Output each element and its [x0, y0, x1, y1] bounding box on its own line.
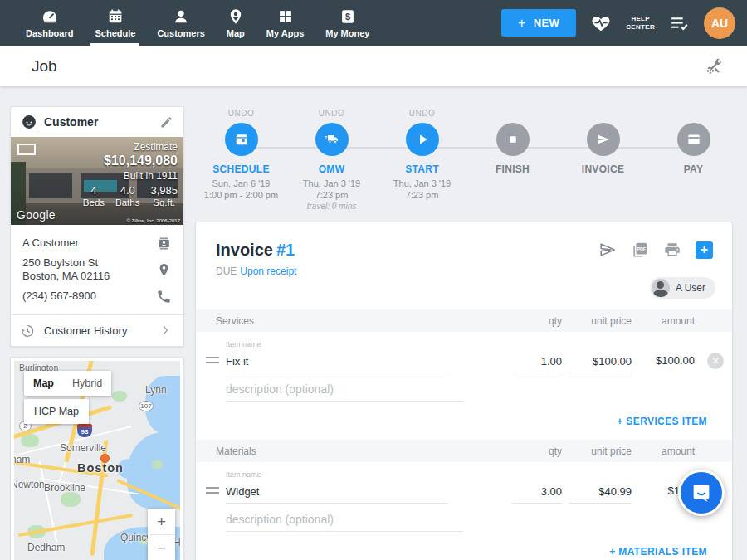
zestimate-label: Zestimate	[83, 141, 178, 153]
step-date: Sun, Jan 6 '191:00 pm - 2:00 pm	[204, 178, 278, 201]
heart-pulse-icon[interactable]	[590, 12, 612, 34]
app-root: Dashboard Schedule Customers Map My Apps…	[0, 0, 747, 560]
material-item-name-input[interactable]	[226, 480, 448, 504]
map-label-quincy: Quincy	[120, 532, 151, 543]
list-check-icon[interactable]	[669, 12, 690, 33]
baths-label: Baths	[115, 197, 139, 207]
drag-handle[interactable]	[206, 487, 219, 494]
due-terms-link[interactable]: Upon receipt	[240, 265, 296, 277]
nav-item-dashboard[interactable]: Dashboard	[15, 0, 84, 46]
phone-icon[interactable]	[156, 289, 172, 304]
nav-item-my-apps[interactable]: My Apps	[256, 0, 315, 46]
page-title: Job	[32, 57, 57, 75]
zoom-in-button[interactable]: +	[148, 509, 175, 535]
step-label: SCHEDULE	[212, 163, 269, 175]
nav-item-label: My Money	[325, 28, 369, 38]
map-label-somerville: Somerville	[60, 442, 106, 454]
start-step-button[interactable]	[406, 123, 439, 156]
interstate-93-shield: 93	[77, 424, 92, 437]
grid-icon	[276, 7, 295, 26]
finish-step-button[interactable]	[496, 123, 530, 156]
add-invoice-item-button[interactable]: +	[696, 241, 713, 259]
undo-schedule-button[interactable]: UNDO	[228, 109, 254, 119]
map-type-map-button[interactable]: Map	[24, 371, 63, 396]
customer-card-header: Customer	[11, 107, 183, 137]
add-services-item-link[interactable]: + SERVICES ITEM	[617, 416, 707, 427]
new-button-label: NEW	[534, 17, 560, 29]
drag-handle[interactable]	[206, 357, 219, 363]
map-canvas[interactable]: Burlington Lynn 107 2 93 Somerville ham …	[14, 361, 180, 560]
map-type-hybrid-button[interactable]: Hybrid	[63, 371, 111, 396]
materials-section-header: Materials qty unit price amount	[196, 440, 732, 462]
customer-phone-row: (234) 567-8900	[22, 284, 172, 310]
sqft-value: 3,985	[150, 184, 178, 197]
user-avatar[interactable]: AU	[704, 7, 735, 39]
nav-item-customers[interactable]: Customers	[146, 0, 215, 46]
assignee-name: A User	[676, 282, 706, 294]
service-qty-input[interactable]	[512, 350, 562, 373]
due-line: DUEUpon receipt	[216, 265, 715, 277]
nav-item-label: Map	[227, 28, 245, 38]
help-center-link[interactable]: HELPCENTER	[626, 15, 655, 32]
step-label: PAY	[684, 163, 704, 175]
map-park	[112, 391, 127, 402]
assignee-chip[interactable]: A User	[650, 277, 715, 299]
pay-step-button[interactable]	[677, 123, 710, 156]
service-unit-price-input[interactable]	[569, 350, 632, 373]
edit-pencil-icon[interactable]	[159, 115, 173, 129]
undo-omw-button[interactable]: UNDO	[319, 109, 344, 119]
omw-step-button[interactable]	[315, 123, 349, 156]
material-unit-price-input[interactable]	[569, 480, 632, 504]
add-materials-row: + MATERIALS ITEM	[196, 532, 732, 560]
amount-column-header: amount	[638, 315, 695, 327]
nav-right-controls: +NEW HELPCENTER AU	[501, 0, 747, 46]
step-date: Thu, Jan 3 '197:23 pm	[393, 178, 451, 201]
undo-start-button[interactable]: UNDO	[409, 109, 435, 119]
materials-section-label: Materials	[216, 446, 505, 457]
schedule-step-button[interactable]	[225, 123, 258, 156]
hcp-map-button[interactable]: HCP Map	[24, 399, 89, 424]
service-description-input[interactable]	[226, 378, 463, 402]
add-materials-item-link[interactable]: + MATERIALS ITEM	[609, 546, 707, 558]
invoice-step-button[interactable]	[587, 123, 620, 156]
baths-value: 4.0	[115, 184, 139, 197]
play-icon	[414, 131, 431, 148]
top-nav: Dashboard Schedule Customers Map My Apps…	[0, 0, 747, 46]
new-button[interactable]: +NEW	[501, 9, 576, 37]
send-plane-icon	[595, 131, 612, 148]
contact-card-icon[interactable]	[156, 236, 172, 251]
customer-face-icon	[21, 114, 37, 130]
qty-column-header: qty	[512, 315, 562, 327]
customer-history-row[interactable]: Customer History	[11, 314, 183, 346]
dollar-icon: $	[339, 7, 357, 26]
map-pin-icon	[227, 7, 245, 26]
job-status-timeline: UNDO SCHEDULE Sun, Jan 6 '191:00 pm - 2:…	[196, 108, 739, 217]
unit-price-column-header: unit price	[569, 315, 632, 327]
nav-item-label: Schedule	[95, 28, 135, 38]
delete-item-button[interactable]: ✕	[707, 353, 724, 369]
pdf-icon[interactable]: PDF	[631, 241, 649, 259]
nav-item-my-money[interactable]: $ My Money	[315, 0, 380, 46]
nav-item-schedule[interactable]: Schedule	[84, 0, 146, 46]
material-description-input[interactable]	[226, 509, 463, 532]
nav-item-map[interactable]: Map	[216, 0, 256, 46]
chat-launcher-button[interactable]	[678, 470, 725, 516]
service-amount: $100.00	[638, 354, 695, 373]
timeline-step-start: UNDO START Thu, Jan 3 '197:23 pm	[377, 108, 467, 217]
zoom-out-button[interactable]: −	[148, 535, 175, 560]
schedule-calendar-icon	[233, 131, 250, 148]
customer-history-label: Customer History	[44, 324, 149, 337]
print-icon[interactable]	[663, 241, 681, 259]
step-date: Thu, Jan 3 '197:23 pm	[303, 178, 360, 201]
job-tools-icon[interactable]	[704, 56, 724, 76]
svg-text:$: $	[345, 12, 350, 22]
item-name-label: Item name	[226, 340, 724, 350]
svg-text:PDF: PDF	[637, 246, 646, 251]
plus-icon: +	[518, 19, 526, 27]
service-item-name-input[interactable]	[226, 350, 448, 373]
location-pin-icon[interactable]	[156, 262, 172, 278]
unit-price-column-header: unit price	[569, 446, 632, 457]
send-invoice-icon[interactable]	[598, 241, 617, 259]
chevron-right-icon	[159, 324, 172, 337]
material-qty-input[interactable]	[512, 480, 562, 504]
